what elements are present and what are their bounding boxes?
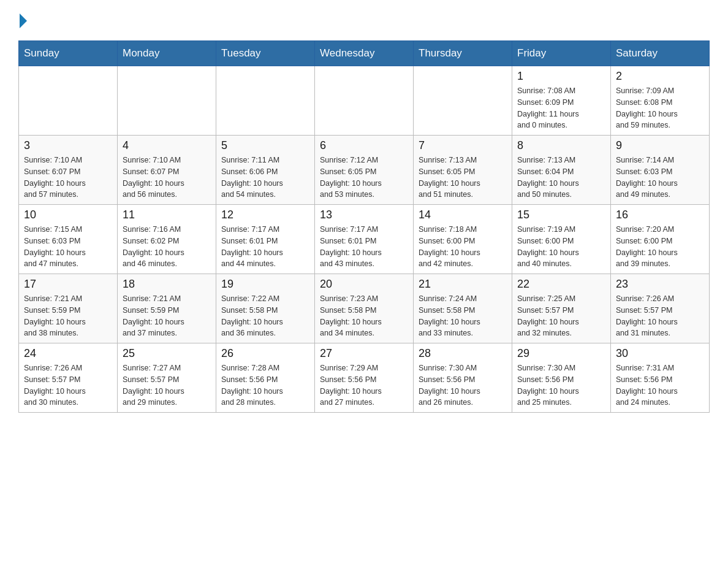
weekday-header-sunday: Sunday	[19, 41, 118, 66]
calendar-cell: 9Sunrise: 7:14 AM Sunset: 6:03 PM Daylig…	[611, 136, 710, 205]
calendar-cell: 28Sunrise: 7:30 AM Sunset: 5:56 PM Dayli…	[414, 343, 512, 413]
day-number: 3	[24, 139, 112, 152]
calendar-cell	[315, 66, 414, 136]
page-header	[18, 12, 710, 28]
weekday-header-tuesday: Tuesday	[216, 41, 315, 66]
calendar-cell: 6Sunrise: 7:12 AM Sunset: 6:05 PM Daylig…	[315, 136, 414, 205]
calendar-cell	[414, 66, 512, 136]
calendar-cell: 23Sunrise: 7:26 AM Sunset: 5:57 PM Dayli…	[611, 274, 710, 343]
day-number: 12	[221, 209, 309, 221]
calendar-cell: 7Sunrise: 7:13 AM Sunset: 6:05 PM Daylig…	[414, 136, 512, 205]
calendar-cell	[19, 66, 118, 136]
day-info: Sunrise: 7:10 AM Sunset: 6:07 PM Dayligh…	[123, 155, 211, 201]
day-number: 9	[616, 139, 704, 152]
weekday-header-monday: Monday	[118, 41, 216, 66]
calendar-cell: 14Sunrise: 7:18 AM Sunset: 6:00 PM Dayli…	[414, 205, 512, 274]
calendar-cell: 20Sunrise: 7:23 AM Sunset: 5:58 PM Dayli…	[315, 274, 414, 343]
calendar-cell: 18Sunrise: 7:21 AM Sunset: 5:59 PM Dayli…	[118, 274, 216, 343]
day-info: Sunrise: 7:12 AM Sunset: 6:05 PM Dayligh…	[320, 155, 408, 201]
calendar-cell: 21Sunrise: 7:24 AM Sunset: 5:58 PM Dayli…	[414, 274, 512, 343]
day-number: 27	[320, 347, 408, 360]
day-number: 28	[419, 347, 507, 360]
day-info: Sunrise: 7:27 AM Sunset: 5:57 PM Dayligh…	[123, 362, 211, 408]
day-info: Sunrise: 7:29 AM Sunset: 5:56 PM Dayligh…	[320, 362, 408, 408]
weekday-header-row: SundayMondayTuesdayWednesdayThursdayFrid…	[19, 41, 710, 66]
calendar-cell	[216, 66, 315, 136]
day-number: 29	[517, 347, 605, 360]
day-number: 10	[24, 209, 112, 221]
day-number: 1	[517, 70, 605, 83]
day-info: Sunrise: 7:14 AM Sunset: 6:03 PM Dayligh…	[616, 155, 704, 201]
calendar-cell: 30Sunrise: 7:31 AM Sunset: 5:56 PM Dayli…	[611, 343, 710, 413]
weekday-header-saturday: Saturday	[611, 41, 710, 66]
day-info: Sunrise: 7:08 AM Sunset: 6:09 PM Dayligh…	[517, 85, 605, 131]
calendar-cell: 16Sunrise: 7:20 AM Sunset: 6:00 PM Dayli…	[611, 205, 710, 274]
day-info: Sunrise: 7:26 AM Sunset: 5:57 PM Dayligh…	[24, 362, 112, 408]
calendar-week-row: 1Sunrise: 7:08 AM Sunset: 6:09 PM Daylig…	[19, 66, 710, 136]
calendar-cell: 5Sunrise: 7:11 AM Sunset: 6:06 PM Daylig…	[216, 136, 315, 205]
day-number: 8	[517, 139, 605, 152]
day-number: 14	[419, 209, 507, 221]
day-number: 24	[24, 347, 112, 360]
calendar-cell: 8Sunrise: 7:13 AM Sunset: 6:04 PM Daylig…	[512, 136, 611, 205]
day-number: 7	[419, 139, 507, 152]
weekday-header-thursday: Thursday	[414, 41, 512, 66]
day-info: Sunrise: 7:15 AM Sunset: 6:03 PM Dayligh…	[24, 224, 112, 270]
day-info: Sunrise: 7:20 AM Sunset: 6:00 PM Dayligh…	[616, 224, 704, 270]
calendar-week-row: 10Sunrise: 7:15 AM Sunset: 6:03 PM Dayli…	[19, 205, 710, 274]
calendar-cell: 19Sunrise: 7:22 AM Sunset: 5:58 PM Dayli…	[216, 274, 315, 343]
day-info: Sunrise: 7:26 AM Sunset: 5:57 PM Dayligh…	[616, 293, 704, 339]
day-info: Sunrise: 7:28 AM Sunset: 5:56 PM Dayligh…	[221, 362, 309, 408]
weekday-header-wednesday: Wednesday	[315, 41, 414, 66]
calendar-week-row: 17Sunrise: 7:21 AM Sunset: 5:59 PM Dayli…	[19, 274, 710, 343]
day-info: Sunrise: 7:17 AM Sunset: 6:01 PM Dayligh…	[221, 224, 309, 270]
calendar-cell: 17Sunrise: 7:21 AM Sunset: 5:59 PM Dayli…	[19, 274, 118, 343]
day-info: Sunrise: 7:09 AM Sunset: 6:08 PM Dayligh…	[616, 85, 704, 131]
day-info: Sunrise: 7:18 AM Sunset: 6:00 PM Dayligh…	[419, 224, 507, 270]
day-info: Sunrise: 7:10 AM Sunset: 6:07 PM Dayligh…	[24, 155, 112, 201]
day-info: Sunrise: 7:13 AM Sunset: 6:04 PM Dayligh…	[517, 155, 605, 201]
calendar-cell: 2Sunrise: 7:09 AM Sunset: 6:08 PM Daylig…	[611, 66, 710, 136]
day-number: 23	[616, 278, 704, 291]
calendar-cell: 3Sunrise: 7:10 AM Sunset: 6:07 PM Daylig…	[19, 136, 118, 205]
calendar-cell: 24Sunrise: 7:26 AM Sunset: 5:57 PM Dayli…	[19, 343, 118, 413]
day-number: 6	[320, 139, 408, 152]
day-info: Sunrise: 7:21 AM Sunset: 5:59 PM Dayligh…	[123, 293, 211, 339]
day-info: Sunrise: 7:13 AM Sunset: 6:05 PM Dayligh…	[419, 155, 507, 201]
day-number: 16	[616, 209, 704, 221]
calendar-cell: 15Sunrise: 7:19 AM Sunset: 6:00 PM Dayli…	[512, 205, 611, 274]
day-number: 18	[123, 278, 211, 291]
day-info: Sunrise: 7:17 AM Sunset: 6:01 PM Dayligh…	[320, 224, 408, 270]
day-number: 5	[221, 139, 309, 152]
day-info: Sunrise: 7:23 AM Sunset: 5:58 PM Dayligh…	[320, 293, 408, 339]
day-number: 25	[123, 347, 211, 360]
day-number: 26	[221, 347, 309, 360]
calendar-cell: 1Sunrise: 7:08 AM Sunset: 6:09 PM Daylig…	[512, 66, 611, 136]
calendar-week-row: 3Sunrise: 7:10 AM Sunset: 6:07 PM Daylig…	[19, 136, 710, 205]
calendar-cell: 12Sunrise: 7:17 AM Sunset: 6:01 PM Dayli…	[216, 205, 315, 274]
calendar-cell: 26Sunrise: 7:28 AM Sunset: 5:56 PM Dayli…	[216, 343, 315, 413]
calendar-week-row: 24Sunrise: 7:26 AM Sunset: 5:57 PM Dayli…	[19, 343, 710, 413]
day-number: 30	[616, 347, 704, 360]
calendar-cell: 10Sunrise: 7:15 AM Sunset: 6:03 PM Dayli…	[19, 205, 118, 274]
weekday-header-friday: Friday	[512, 41, 611, 66]
day-info: Sunrise: 7:30 AM Sunset: 5:56 PM Dayligh…	[517, 362, 605, 408]
calendar-cell: 13Sunrise: 7:17 AM Sunset: 6:01 PM Dayli…	[315, 205, 414, 274]
calendar-cell: 22Sunrise: 7:25 AM Sunset: 5:57 PM Dayli…	[512, 274, 611, 343]
day-number: 2	[616, 70, 704, 83]
day-info: Sunrise: 7:25 AM Sunset: 5:57 PM Dayligh…	[517, 293, 605, 339]
calendar-cell: 4Sunrise: 7:10 AM Sunset: 6:07 PM Daylig…	[118, 136, 216, 205]
calendar-cell: 25Sunrise: 7:27 AM Sunset: 5:57 PM Dayli…	[118, 343, 216, 413]
day-info: Sunrise: 7:22 AM Sunset: 5:58 PM Dayligh…	[221, 293, 309, 339]
day-number: 22	[517, 278, 605, 291]
day-info: Sunrise: 7:30 AM Sunset: 5:56 PM Dayligh…	[419, 362, 507, 408]
calendar-cell: 27Sunrise: 7:29 AM Sunset: 5:56 PM Dayli…	[315, 343, 414, 413]
day-number: 20	[320, 278, 408, 291]
day-info: Sunrise: 7:24 AM Sunset: 5:58 PM Dayligh…	[419, 293, 507, 339]
calendar-table: SundayMondayTuesdayWednesdayThursdayFrid…	[18, 40, 710, 413]
day-number: 13	[320, 209, 408, 221]
day-info: Sunrise: 7:21 AM Sunset: 5:59 PM Dayligh…	[24, 293, 112, 339]
day-number: 17	[24, 278, 112, 291]
day-number: 19	[221, 278, 309, 291]
day-info: Sunrise: 7:19 AM Sunset: 6:00 PM Dayligh…	[517, 224, 605, 270]
